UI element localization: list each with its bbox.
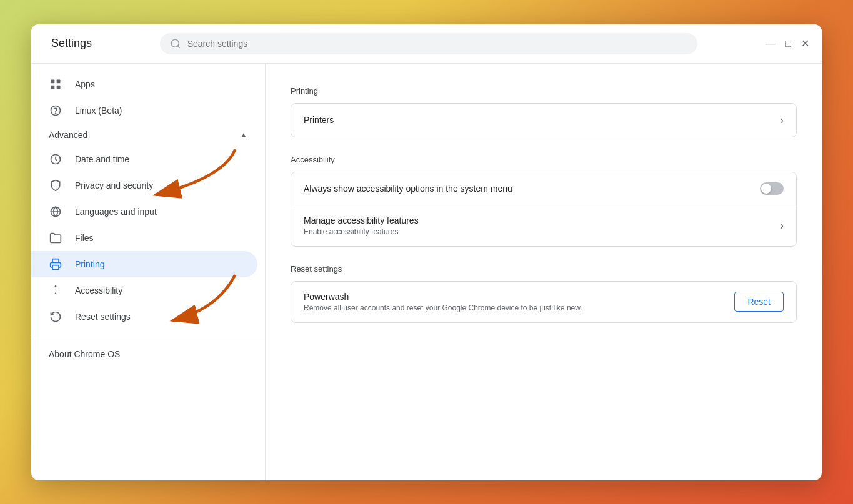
manage-accessibility-label: Manage accessibility features [304, 215, 780, 225]
svg-rect-10 [52, 265, 59, 269]
sidebar-item-printing-label: Printing [75, 259, 104, 269]
svg-line-1 [177, 46, 179, 47]
close-button[interactable]: ✕ [801, 39, 809, 49]
powerwash-sublabel: Remove all user accounts and reset your … [304, 304, 734, 312]
printers-item[interactable]: Printers › [291, 104, 796, 137]
clock-icon [49, 152, 62, 166]
powerwash-reset-button[interactable]: Reset [734, 292, 784, 312]
printers-label: Printers [304, 115, 780, 125]
reset-settings-card: Powerwash Remove all user accounts and r… [291, 281, 797, 323]
main-content: Printing Printers › Accessibility Always… [266, 64, 822, 480]
advanced-label: Advanced [49, 130, 87, 140]
svg-point-11 [55, 285, 57, 287]
sidebar-item-printing[interactable]: Printing [31, 251, 257, 277]
titlebar: Settings — □ ✕ [31, 24, 822, 64]
reset-settings-section-title: Reset settings [291, 264, 797, 274]
search-box[interactable] [160, 33, 697, 54]
svg-point-7 [56, 113, 56, 114]
sidebar-item-privacy[interactable]: Privacy and security [31, 172, 257, 199]
sidebar-item-linux[interactable]: Linux (Beta) [31, 97, 257, 124]
sidebar-item-date-time-label: Date and time [75, 154, 129, 164]
search-input[interactable] [187, 39, 687, 49]
advanced-section-header[interactable]: Advanced ▲ [31, 124, 265, 146]
accessibility-toggle[interactable] [760, 182, 784, 195]
show-accessibility-label: Always show accessibility options in the… [304, 184, 760, 194]
show-accessibility-text: Always show accessibility options in the… [304, 184, 760, 194]
window-controls: — □ ✕ [765, 39, 809, 49]
printing-card: Printers › [291, 103, 797, 137]
powerwash-item: Powerwash Remove all user accounts and r… [291, 282, 796, 322]
powerwash-text: Powerwash Remove all user accounts and r… [304, 292, 734, 312]
toggle-knob [761, 184, 771, 194]
grid-icon [49, 77, 62, 91]
manage-accessibility-text: Manage accessibility features Enable acc… [304, 215, 780, 236]
manage-accessibility-chevron-icon: › [780, 219, 784, 232]
svg-point-0 [171, 39, 179, 47]
sidebar-item-privacy-label: Privacy and security [75, 180, 153, 190]
printers-chevron-icon: › [780, 114, 784, 127]
accessibility-card: Always show accessibility options in the… [291, 172, 797, 247]
sidebar-item-apps-label: Apps [75, 79, 95, 89]
chevron-up-icon: ▲ [240, 131, 247, 139]
sidebar-item-apps[interactable]: Apps [31, 71, 257, 97]
sidebar-item-files-label: Files [75, 233, 94, 243]
sidebar-item-languages[interactable]: Languages and input [31, 199, 257, 225]
sidebar-item-reset[interactable]: Reset settings [31, 304, 257, 330]
search-container [160, 33, 697, 54]
show-accessibility-item[interactable]: Always show accessibility options in the… [291, 172, 796, 205]
svg-rect-3 [57, 79, 61, 83]
accessibility-icon [49, 284, 62, 297]
sidebar-item-date-time[interactable]: Date and time [31, 146, 257, 172]
svg-rect-4 [51, 85, 55, 89]
printing-section-title: Printing [291, 86, 797, 96]
sidebar-item-languages-label: Languages and input [75, 207, 157, 217]
sidebar-divider [31, 335, 265, 335]
sidebar-item-files[interactable]: Files [31, 225, 257, 251]
settings-window: Settings — □ ✕ [31, 24, 822, 480]
maximize-button[interactable]: □ [785, 39, 791, 49]
sidebar-item-about-label: About Chrome OS [49, 349, 120, 359]
terminal-icon [49, 104, 62, 117]
sidebar-item-linux-label: Linux (Beta) [75, 106, 122, 116]
minimize-button[interactable]: — [765, 39, 775, 49]
printer-icon [49, 257, 62, 271]
shield-icon [49, 179, 62, 192]
manage-accessibility-item[interactable]: Manage accessibility features Enable acc… [291, 205, 796, 246]
sidebar-item-accessibility[interactable]: Accessibility [31, 277, 257, 304]
sidebar-item-reset-label: Reset settings [75, 312, 131, 322]
manage-accessibility-sublabel: Enable accessibility features [304, 227, 780, 236]
sidebar-item-accessibility-label: Accessibility [75, 285, 122, 295]
search-icon [170, 38, 181, 49]
page-title: Settings [51, 37, 92, 50]
powerwash-label: Powerwash [304, 292, 734, 302]
sidebar-item-about[interactable]: About Chrome OS [31, 340, 265, 368]
folder-icon [49, 231, 62, 245]
sidebar: Apps Linux (Beta) Advanced ▲ [31, 64, 266, 480]
accessibility-section-title: Accessibility [291, 155, 797, 164]
svg-rect-2 [51, 79, 55, 83]
svg-rect-5 [57, 85, 61, 89]
printers-text: Printers [304, 115, 780, 125]
reset-icon [49, 310, 62, 324]
content-area: Apps Linux (Beta) Advanced ▲ [31, 64, 822, 480]
globe-icon [49, 205, 62, 219]
